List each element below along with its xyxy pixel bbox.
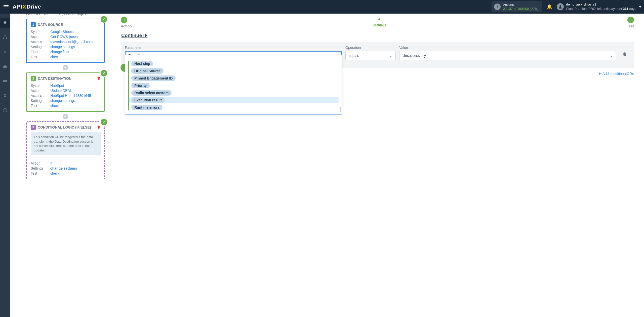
left-panel: GOOGLE SHEETS -> (hubspot, logic) 1 DATA…: [10, 14, 111, 317]
option-selected[interactable]: Execution result: [131, 97, 165, 103]
check-icon: [101, 16, 107, 23]
nav-structure-icon[interactable]: [0, 32, 10, 42]
chevron-down-icon[interactable]: ▾: [639, 5, 641, 9]
step-number: 1: [31, 22, 36, 27]
option[interactable]: Pinned Engagement ID: [131, 75, 176, 81]
nav-home-icon[interactable]: [0, 18, 10, 28]
nav-help-icon[interactable]: ?: [0, 105, 10, 115]
scrollbar-thumb[interactable]: [340, 107, 341, 112]
label-operation: Operation: [345, 46, 396, 50]
section-title: Continue IF: [121, 33, 634, 38]
option[interactable]: Original Source: [131, 68, 164, 74]
logic-settings[interactable]: change settings: [50, 166, 101, 170]
label-value: Value: [399, 46, 616, 50]
dest-action[interactable]: Update DEAL: [50, 89, 101, 93]
nav-briefcase-icon[interactable]: [0, 61, 10, 71]
logic-note: This condition will be triggered if the …: [31, 132, 101, 155]
source-filter[interactable]: change filter: [50, 50, 101, 54]
label-parameter: Parameter: [125, 46, 342, 50]
svg-rect-3: [6, 38, 7, 39]
svg-point-0: [559, 5, 561, 7]
dest-settings[interactable]: change settings: [50, 99, 101, 103]
card-title: DATA SOURCE: [38, 23, 63, 27]
user-plan: Plan |Premium PRO| left until payment 31…: [566, 7, 636, 11]
svg-point-7: [4, 94, 6, 96]
operation-select[interactable]: equals ⌄: [345, 51, 396, 60]
wizard-steps: Action Settings Test: [121, 17, 634, 28]
parameter-dropdown: Next step Original Source Pinned Engagem…: [125, 55, 342, 114]
svg-rect-2: [3, 38, 5, 39]
option[interactable]: Runtime errors: [131, 105, 163, 110]
logic-action[interactable]: If: [50, 161, 101, 165]
condition-row: Parameter Execution result ⌃ Next step O…: [121, 42, 634, 68]
add-step-button[interactable]: +: [63, 114, 68, 119]
menu-icon[interactable]: [3, 4, 9, 10]
step-number: 2: [31, 76, 36, 81]
value-select[interactable]: Unsuccessfully ⌄: [399, 51, 616, 60]
option[interactable]: Next step: [131, 61, 153, 66]
avatar-icon: [557, 3, 564, 10]
logic-test[interactable]: check: [50, 171, 101, 175]
nav-user-icon[interactable]: [0, 91, 10, 101]
source-test[interactable]: check: [50, 55, 101, 59]
option[interactable]: Radio select custom: [131, 90, 172, 96]
actions-counter: 22'137 of 100'000 (22%): [503, 7, 539, 11]
main-content: Action Settings Test Continue IF Paramet…: [111, 14, 644, 317]
source-settings[interactable]: change settings: [50, 45, 101, 49]
source-access[interactable]: maverickandrii@gmail.com: [50, 40, 101, 44]
card-title: DATA DESTINATION: [38, 76, 71, 81]
logo[interactable]: APIXDrive: [13, 4, 41, 10]
trash-icon[interactable]: [97, 125, 101, 130]
svg-rect-1: [5, 35, 6, 36]
svg-rect-5: [3, 66, 7, 68]
check-icon: [101, 119, 107, 125]
nav-dollar-icon[interactable]: $: [0, 47, 10, 57]
card-data-destination[interactable]: 2 DATA DESTINATION SystemHubSpot ActionU…: [26, 72, 105, 112]
source-system[interactable]: Google Sheets: [50, 30, 101, 34]
svg-text:$: $: [4, 50, 6, 54]
card-conditional-logic[interactable]: 3 CONDITIONAL LOGIC (IF/ELSE) This condi…: [26, 121, 105, 179]
dest-test[interactable]: check: [50, 104, 101, 108]
delete-condition-icon[interactable]: [620, 46, 630, 57]
card-title: CONDITIONAL LOGIC (IF/ELSE): [38, 125, 91, 129]
left-nav: $ ?: [0, 14, 10, 317]
option[interactable]: Priority: [131, 83, 150, 88]
dest-access[interactable]: HubSpot Hub: 143801645: [50, 94, 101, 98]
add-step-button[interactable]: +: [63, 65, 68, 70]
step-test-label: Test: [627, 24, 634, 28]
user-menu[interactable]: demo_apix_drive_s3 Plan |Premium PRO| le…: [557, 3, 636, 11]
info-icon: i: [494, 4, 501, 10]
step-settings-dot[interactable]: [377, 17, 382, 22]
step-settings-label: Settings: [372, 23, 386, 27]
dest-system[interactable]: HubSpot: [50, 84, 101, 88]
svg-text:?: ?: [4, 109, 6, 112]
trash-icon[interactable]: [97, 76, 101, 81]
bell-icon[interactable]: 🔔: [547, 4, 552, 10]
source-action[interactable]: Get ROWS (new): [50, 35, 101, 39]
step-action-dot[interactable]: [121, 17, 127, 23]
plus-icon: +: [598, 71, 601, 76]
nav-youtube-icon[interactable]: [0, 76, 10, 86]
actions-box[interactable]: i Actions: 22'137 of 100'000 (22%): [492, 1, 542, 13]
topbar: APIXDrive i Actions: 22'137 of 100'000 (…: [0, 0, 644, 14]
card-data-source[interactable]: 1 DATA SOURCE SystemGoogle Sheets Action…: [26, 19, 105, 63]
user-name: demo_apix_drive_s3: [566, 3, 636, 7]
chevron-down-icon: ⌄: [610, 54, 613, 58]
actions-label: Actions:: [503, 3, 539, 7]
step-test-dot[interactable]: [627, 17, 634, 23]
step-number: 3: [31, 125, 36, 130]
step-action-label: Action: [121, 24, 132, 28]
chevron-down-icon: ⌄: [389, 54, 392, 58]
check-icon: [101, 70, 107, 76]
